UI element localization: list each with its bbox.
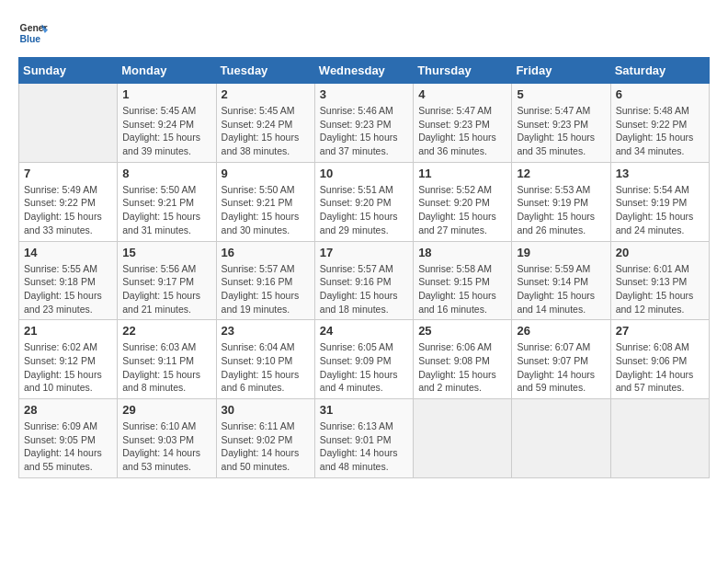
- day-info: Sunrise: 6:07 AMSunset: 9:07 PMDaylight:…: [517, 340, 605, 395]
- day-info: Sunrise: 5:51 AMSunset: 9:20 PMDaylight:…: [320, 183, 408, 237]
- day-cell: 4Sunrise: 5:47 AMSunset: 9:23 PMDaylight…: [414, 84, 512, 163]
- day-number: 14: [24, 246, 112, 259]
- day-number: 10: [320, 167, 408, 180]
- day-info: Sunrise: 6:03 AMSunset: 9:11 PMDaylight:…: [122, 340, 210, 395]
- col-header-saturday: Saturday: [610, 58, 709, 84]
- day-info: Sunrise: 6:01 AMSunset: 9:13 PMDaylight:…: [616, 262, 704, 316]
- day-number: 28: [24, 403, 112, 417]
- logo: General Blue: [18, 18, 48, 48]
- col-header-thursday: Thursday: [414, 58, 512, 84]
- day-cell: 16Sunrise: 5:57 AMSunset: 9:16 PMDayligh…: [216, 241, 314, 320]
- day-number: 29: [122, 403, 210, 417]
- calendar-table: SundayMondayTuesdayWednesdayThursdayFrid…: [18, 57, 710, 478]
- day-info: Sunrise: 5:55 AMSunset: 9:18 PMDaylight:…: [24, 262, 112, 316]
- col-header-monday: Monday: [118, 58, 216, 84]
- day-number: 15: [122, 246, 210, 259]
- day-info: Sunrise: 5:53 AMSunset: 9:19 PMDaylight:…: [517, 183, 605, 237]
- col-header-wednesday: Wednesday: [314, 58, 413, 84]
- week-row-1: 1Sunrise: 5:45 AMSunset: 9:24 PMDaylight…: [19, 84, 710, 163]
- day-info: Sunrise: 5:47 AMSunset: 9:23 PMDaylight:…: [517, 104, 605, 158]
- day-cell: 10Sunrise: 5:51 AMSunset: 9:20 PMDayligh…: [314, 162, 413, 241]
- week-row-3: 14Sunrise: 5:55 AMSunset: 9:18 PMDayligh…: [19, 241, 710, 320]
- day-info: Sunrise: 5:59 AMSunset: 9:14 PMDaylight:…: [517, 262, 605, 316]
- day-info: Sunrise: 5:58 AMSunset: 9:15 PMDaylight:…: [418, 262, 506, 316]
- day-info: Sunrise: 5:50 AMSunset: 9:21 PMDaylight:…: [122, 183, 210, 237]
- logo-icon: General Blue: [18, 18, 48, 48]
- day-info: Sunrise: 6:11 AMSunset: 9:02 PMDaylight:…: [222, 419, 310, 474]
- day-cell: 2Sunrise: 5:45 AMSunset: 9:24 PMDaylight…: [216, 84, 314, 163]
- day-number: 6: [616, 87, 704, 101]
- page-header: General Blue: [18, 18, 710, 48]
- col-header-tuesday: Tuesday: [216, 58, 314, 84]
- svg-text:Blue: Blue: [20, 34, 41, 44]
- day-cell: 24Sunrise: 6:05 AMSunset: 9:09 PMDayligh…: [314, 320, 413, 399]
- day-info: Sunrise: 6:08 AMSunset: 9:06 PMDaylight:…: [616, 340, 704, 395]
- day-number: 24: [320, 324, 408, 338]
- col-header-friday: Friday: [512, 58, 610, 84]
- day-number: 13: [616, 167, 704, 180]
- col-header-sunday: Sunday: [19, 58, 118, 84]
- day-cell: [512, 399, 610, 478]
- day-number: 12: [517, 167, 605, 180]
- day-info: Sunrise: 5:48 AMSunset: 9:22 PMDaylight:…: [616, 104, 704, 158]
- day-info: Sunrise: 5:45 AMSunset: 9:24 PMDaylight:…: [222, 104, 310, 158]
- day-number: 27: [616, 324, 704, 338]
- day-cell: 20Sunrise: 6:01 AMSunset: 9:13 PMDayligh…: [610, 241, 709, 320]
- day-cell: 25Sunrise: 6:06 AMSunset: 9:08 PMDayligh…: [414, 320, 512, 399]
- day-number: 20: [616, 246, 704, 259]
- day-info: Sunrise: 5:45 AMSunset: 9:24 PMDaylight:…: [122, 104, 210, 158]
- day-cell: 30Sunrise: 6:11 AMSunset: 9:02 PMDayligh…: [216, 399, 314, 478]
- day-cell: 11Sunrise: 5:52 AMSunset: 9:20 PMDayligh…: [414, 162, 512, 241]
- day-number: 3: [320, 87, 408, 101]
- week-row-2: 7Sunrise: 5:49 AMSunset: 9:22 PMDaylight…: [19, 162, 710, 241]
- day-cell: 5Sunrise: 5:47 AMSunset: 9:23 PMDaylight…: [512, 84, 610, 163]
- day-info: Sunrise: 6:06 AMSunset: 9:08 PMDaylight:…: [418, 340, 506, 395]
- day-cell: 13Sunrise: 5:54 AMSunset: 9:19 PMDayligh…: [610, 162, 709, 241]
- day-cell: 27Sunrise: 6:08 AMSunset: 9:06 PMDayligh…: [610, 320, 709, 399]
- day-cell: [610, 399, 709, 478]
- day-cell: 3Sunrise: 5:46 AMSunset: 9:23 PMDaylight…: [314, 84, 413, 163]
- day-info: Sunrise: 5:57 AMSunset: 9:16 PMDaylight:…: [320, 262, 408, 316]
- day-number: 7: [24, 167, 112, 180]
- day-number: 8: [122, 167, 210, 180]
- day-cell: 29Sunrise: 6:10 AMSunset: 9:03 PMDayligh…: [118, 399, 216, 478]
- day-number: 31: [320, 403, 408, 417]
- day-cell: 6Sunrise: 5:48 AMSunset: 9:22 PMDaylight…: [610, 84, 709, 163]
- day-cell: 26Sunrise: 6:07 AMSunset: 9:07 PMDayligh…: [512, 320, 610, 399]
- day-cell: 31Sunrise: 6:13 AMSunset: 9:01 PMDayligh…: [314, 399, 413, 478]
- day-info: Sunrise: 5:46 AMSunset: 9:23 PMDaylight:…: [320, 104, 408, 158]
- day-cell: 21Sunrise: 6:02 AMSunset: 9:12 PMDayligh…: [19, 320, 118, 399]
- day-cell: 9Sunrise: 5:50 AMSunset: 9:21 PMDaylight…: [216, 162, 314, 241]
- day-cell: 1Sunrise: 5:45 AMSunset: 9:24 PMDaylight…: [118, 84, 216, 163]
- day-number: 25: [418, 324, 506, 338]
- day-number: 4: [418, 87, 506, 101]
- day-info: Sunrise: 5:57 AMSunset: 9:16 PMDaylight:…: [222, 262, 310, 316]
- day-cell: 19Sunrise: 5:59 AMSunset: 9:14 PMDayligh…: [512, 241, 610, 320]
- day-info: Sunrise: 5:52 AMSunset: 9:20 PMDaylight:…: [418, 183, 506, 237]
- day-cell: 18Sunrise: 5:58 AMSunset: 9:15 PMDayligh…: [414, 241, 512, 320]
- day-info: Sunrise: 6:04 AMSunset: 9:10 PMDaylight:…: [222, 340, 310, 395]
- day-cell: 12Sunrise: 5:53 AMSunset: 9:19 PMDayligh…: [512, 162, 610, 241]
- day-number: 18: [418, 246, 506, 259]
- day-info: Sunrise: 6:05 AMSunset: 9:09 PMDaylight:…: [320, 340, 408, 395]
- day-cell: 17Sunrise: 5:57 AMSunset: 9:16 PMDayligh…: [314, 241, 413, 320]
- day-cell: 15Sunrise: 5:56 AMSunset: 9:17 PMDayligh…: [118, 241, 216, 320]
- day-cell: 23Sunrise: 6:04 AMSunset: 9:10 PMDayligh…: [216, 320, 314, 399]
- day-info: Sunrise: 5:49 AMSunset: 9:22 PMDaylight:…: [24, 183, 112, 237]
- day-info: Sunrise: 5:47 AMSunset: 9:23 PMDaylight:…: [418, 104, 506, 158]
- day-number: 22: [122, 324, 210, 338]
- week-row-4: 21Sunrise: 6:02 AMSunset: 9:12 PMDayligh…: [19, 320, 710, 399]
- day-cell: 28Sunrise: 6:09 AMSunset: 9:05 PMDayligh…: [19, 399, 118, 478]
- header-row: SundayMondayTuesdayWednesdayThursdayFrid…: [19, 58, 710, 84]
- day-number: 26: [517, 324, 605, 338]
- day-number: 1: [122, 87, 210, 101]
- day-cell: 8Sunrise: 5:50 AMSunset: 9:21 PMDaylight…: [118, 162, 216, 241]
- day-cell: 7Sunrise: 5:49 AMSunset: 9:22 PMDaylight…: [19, 162, 118, 241]
- day-cell: [414, 399, 512, 478]
- day-number: 30: [222, 403, 310, 417]
- day-cell: 22Sunrise: 6:03 AMSunset: 9:11 PMDayligh…: [118, 320, 216, 399]
- day-number: 9: [222, 167, 310, 180]
- day-info: Sunrise: 6:09 AMSunset: 9:05 PMDaylight:…: [24, 419, 112, 474]
- day-number: 17: [320, 246, 408, 259]
- day-info: Sunrise: 5:56 AMSunset: 9:17 PMDaylight:…: [122, 262, 210, 316]
